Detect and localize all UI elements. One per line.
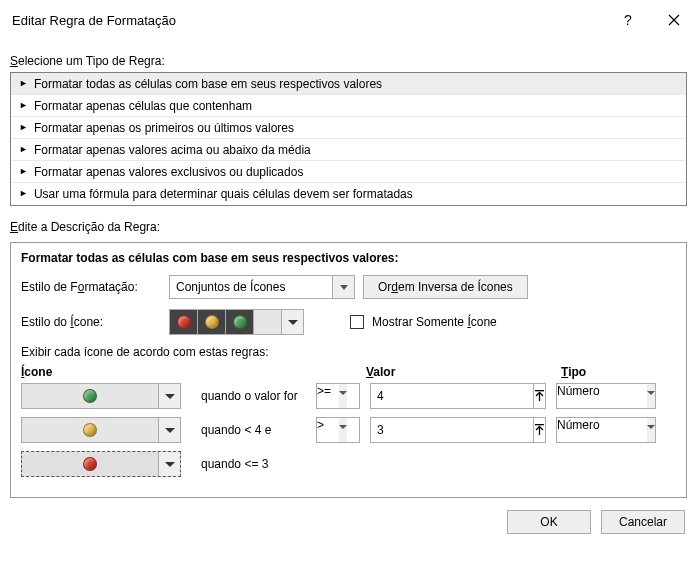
range-picker-icon <box>534 424 545 436</box>
traffic-red-icon <box>22 452 158 476</box>
rule-type-item[interactable]: ► Formatar apenas os primeiros ou último… <box>11 117 686 139</box>
format-style-combo[interactable]: Conjuntos de Ícones <box>169 275 355 299</box>
value-input-wrap <box>370 417 546 443</box>
chevron-down-icon <box>281 310 303 334</box>
arrow-icon: ► <box>19 100 28 110</box>
reverse-icon-order-button[interactable]: Ordem Inversa de Ícones <box>363 275 528 299</box>
show-icon-only-label: Mostrar Somente Ícone <box>372 315 497 329</box>
icon-style-combo[interactable] <box>169 309 304 335</box>
close-button[interactable] <box>651 0 697 40</box>
help-button[interactable]: ? <box>605 0 651 40</box>
value-input[interactable] <box>371 418 533 442</box>
arrow-icon: ► <box>19 78 28 88</box>
edit-description-label: Edite a Descrição da Regra: <box>0 206 697 238</box>
range-picker-icon <box>534 390 545 402</box>
select-rule-type-label: Selecione um Tipo de Regra: <box>0 40 697 72</box>
type-combo[interactable]: Número <box>556 417 656 443</box>
condition-label: quando <= 3 <box>181 451 316 477</box>
rule-type-item[interactable]: ► Formatar todas as células com base em … <box>11 73 686 95</box>
chevron-down-icon <box>339 384 347 408</box>
rule-type-item[interactable]: ► Formatar apenas valores exclusivos ou … <box>11 161 686 183</box>
traffic-green-icon <box>22 384 158 408</box>
rule-type-list[interactable]: ► Formatar todas as células com base em … <box>10 72 687 206</box>
format-style-label: Estilo de Formatação: <box>21 280 161 294</box>
rule-type-label: Formatar apenas células que contenham <box>34 99 252 113</box>
range-picker-button[interactable] <box>533 384 545 408</box>
rule-type-item[interactable]: ► Formatar apenas valores acima ou abaix… <box>11 139 686 161</box>
icon-rule-row: quando o valor for >= Número <box>21 383 676 409</box>
rule-type-item[interactable]: ► Formatar apenas células que contenham <box>11 95 686 117</box>
condition-label: quando < 4 e <box>181 417 316 443</box>
chevron-down-icon <box>158 452 180 476</box>
edit-description-panel: Formatar todas as células com base em se… <box>10 242 687 498</box>
rule-type-label: Formatar todas as células com base em se… <box>34 77 382 91</box>
value-input[interactable] <box>371 384 533 408</box>
icon-select[interactable] <box>21 451 181 477</box>
traffic-yellow-icon <box>198 310 226 334</box>
value-input-wrap <box>370 383 546 409</box>
rule-type-label: Formatar apenas valores exclusivos ou du… <box>34 165 303 179</box>
chevron-down-icon <box>332 276 354 298</box>
condition-label: quando o valor for <box>181 383 316 409</box>
svg-rect-0 <box>535 390 544 391</box>
icon-style-label: Estilo do Ícone: <box>21 315 161 329</box>
chevron-down-icon <box>339 418 347 442</box>
icon-select[interactable] <box>21 417 181 443</box>
operator-value: >= <box>317 384 339 408</box>
rule-type-label: Formatar apenas valores acima ou abaixo … <box>34 143 311 157</box>
operator-combo[interactable]: > <box>316 417 360 443</box>
chevron-down-icon <box>158 418 180 442</box>
edit-heading: Formatar todas as células com base em se… <box>21 251 676 265</box>
format-style-value: Conjuntos de Ícones <box>170 276 332 298</box>
close-icon <box>668 14 680 26</box>
rule-type-item[interactable]: ► Usar uma fórmula para determinar quais… <box>11 183 686 205</box>
operator-value: > <box>317 418 339 442</box>
titlebar: Editar Regra de Formatação ? <box>0 0 697 40</box>
cancel-button[interactable]: Cancelar <box>601 510 685 534</box>
svg-rect-1 <box>535 424 544 425</box>
dialog-title: Editar Regra de Formatação <box>12 13 605 28</box>
arrow-icon: ► <box>19 188 28 198</box>
arrow-icon: ► <box>19 166 28 176</box>
chevron-down-icon <box>158 384 180 408</box>
icon-rule-row: quando <= 3 <box>21 451 676 477</box>
rule-type-label: Formatar apenas os primeiros ou últimos … <box>34 121 294 135</box>
traffic-yellow-icon <box>22 418 158 442</box>
chevron-down-icon <box>647 384 655 408</box>
arrow-icon: ► <box>19 122 28 132</box>
icon-select[interactable] <box>21 383 181 409</box>
type-value: Número <box>557 418 647 442</box>
traffic-red-icon <box>170 310 198 334</box>
ok-button[interactable]: OK <box>507 510 591 534</box>
dialog-footer: OK Cancelar <box>0 498 697 534</box>
range-picker-button[interactable] <box>533 418 545 442</box>
operator-combo[interactable]: >= <box>316 383 360 409</box>
type-value: Número <box>557 384 647 408</box>
arrow-icon: ► <box>19 144 28 154</box>
icon-rule-row: quando < 4 e > Número <box>21 417 676 443</box>
icon-rule-headers: Ícone Valor Tipo <box>21 365 676 379</box>
type-combo[interactable]: Número <box>556 383 656 409</box>
chevron-down-icon <box>647 418 655 442</box>
show-icon-only-checkbox[interactable] <box>350 315 364 329</box>
traffic-green-icon <box>226 310 254 334</box>
rules-intro-label: Exibir cada ícone de acordo com estas re… <box>21 345 676 359</box>
rule-type-label: Usar uma fórmula para determinar quais c… <box>34 187 413 201</box>
